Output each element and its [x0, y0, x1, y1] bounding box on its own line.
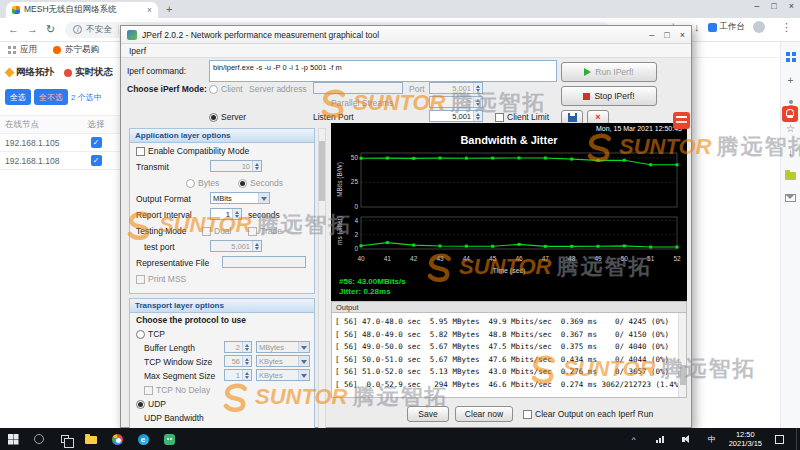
- spinner-arrows[interactable]: [242, 370, 251, 380]
- select-all-button[interactable]: 全选: [5, 89, 31, 105]
- jperf-titlebar[interactable]: JPerf 2.0.2 - Network performance measur…: [121, 26, 691, 44]
- info-icon[interactable]: i: [73, 25, 82, 34]
- tcp-radio[interactable]: TCP: [136, 329, 165, 339]
- run-iperf-button[interactable]: Run IPerf!: [561, 62, 657, 82]
- client-radio[interactable]: Client: [209, 84, 243, 94]
- show-desktop-button[interactable]: [796, 428, 800, 450]
- parallel-streams-spinner[interactable]: 1: [429, 96, 483, 108]
- jperf-maximize-button[interactable]: □: [664, 30, 669, 40]
- task-view-button[interactable]: [52, 428, 78, 450]
- workspace-grid-icon[interactable]: [786, 52, 796, 62]
- spinner-arrows[interactable]: [242, 342, 251, 352]
- clear-output-checkbox[interactable]: Clear Output on each Iperf Run: [523, 409, 653, 419]
- scrollbar-thumb[interactable]: [319, 141, 325, 201]
- chevron-down-icon[interactable]: [258, 193, 269, 203]
- compatibility-mode-checkbox[interactable]: Enable Compatibility Mode: [136, 146, 249, 156]
- sidebar-mail-icon[interactable]: [785, 194, 796, 202]
- cortana-search-button[interactable]: [26, 428, 52, 450]
- client-port-spinner[interactable]: 5,001: [429, 82, 483, 94]
- seconds-radio[interactable]: Seconds: [238, 178, 283, 188]
- max-segment-spinner[interactable]: 1: [224, 369, 252, 381]
- listen-port-spinner[interactable]: 5,001: [429, 110, 483, 122]
- new-tab-button[interactable]: +: [166, 3, 172, 15]
- chrome-button[interactable]: [104, 428, 130, 450]
- taskbar-clock[interactable]: 12:50 2021/3/15: [729, 430, 762, 448]
- scrollbar-thumb[interactable]: [680, 365, 686, 385]
- tab-close-icon[interactable]: ×: [147, 5, 152, 15]
- bytes-radio[interactable]: Bytes: [186, 178, 219, 188]
- edge-button[interactable]: e: [130, 428, 156, 450]
- test-port-spinner[interactable]: 5,001: [210, 240, 262, 252]
- trade-checkbox[interactable]: Trade: [248, 226, 282, 236]
- browser-tab[interactable]: MESH无线自组网络系统 ×: [6, 2, 158, 18]
- dual-checkbox[interactable]: Dual: [202, 226, 231, 236]
- print-mss-checkbox[interactable]: Print MSS: [136, 274, 186, 284]
- sidebar-folder-icon[interactable]: [785, 172, 796, 180]
- max-segment-unit-dropdown[interactable]: KBytes: [256, 369, 310, 381]
- spinner-arrows[interactable]: [242, 356, 251, 366]
- bookmark-suning[interactable]: 苏宁易购: [53, 44, 99, 56]
- sidebar-download-icon[interactable]: ↓: [788, 148, 793, 158]
- tcp-no-delay-checkbox[interactable]: TCP No Delay: [144, 385, 210, 395]
- spinner-arrows[interactable]: [473, 97, 482, 107]
- bookmark-apps[interactable]: 应用: [8, 44, 37, 56]
- output-log[interactable]: [ 56] 47.0-48.0 sec 5.95 MBytes 49.9 Mbi…: [331, 313, 687, 398]
- network-icon[interactable]: [647, 428, 673, 450]
- browser-maximize-button[interactable]: □: [771, 1, 776, 11]
- deselect-all-button[interactable]: 全不选: [34, 89, 68, 105]
- chevron-down-icon[interactable]: [298, 356, 309, 366]
- menu-dots-icon[interactable]: ⋮: [781, 22, 792, 33]
- profile-avatar[interactable]: [753, 21, 765, 33]
- sidebar-plus-icon[interactable]: +: [788, 76, 794, 86]
- back-icon[interactable]: ←: [8, 24, 19, 35]
- udp-radio[interactable]: UDP: [136, 399, 166, 409]
- menu-iperf[interactable]: Iperf: [129, 46, 146, 56]
- spinner-arrows[interactable]: [473, 83, 482, 93]
- spinner-arrows[interactable]: [473, 111, 482, 121]
- spinner-arrows[interactable]: [252, 241, 261, 251]
- browser-close-button[interactable]: ×: [789, 1, 794, 11]
- refresh-icon[interactable]: ↻: [46, 24, 55, 35]
- spinner-arrows[interactable]: [252, 161, 261, 171]
- representative-file-input[interactable]: [222, 256, 306, 268]
- notification-center-button[interactable]: [766, 428, 792, 450]
- language-indicator[interactable]: 中: [699, 428, 725, 450]
- security-label[interactable]: 不安全: [86, 24, 112, 36]
- server-address-input[interactable]: [313, 82, 403, 94]
- server-radio[interactable]: Server: [209, 112, 246, 122]
- chat-app-button[interactable]: [156, 428, 182, 450]
- client-limit-checkbox[interactable]: Client Limit: [495, 112, 549, 122]
- volume-icon[interactable]: [673, 428, 699, 450]
- nav-network-topology[interactable]: 网络拓扑: [6, 66, 54, 79]
- save-button[interactable]: Save: [407, 406, 449, 422]
- output-scrollbar[interactable]: [678, 313, 686, 397]
- customer-service-badge[interactable]: [782, 106, 798, 122]
- node-checkbox[interactable]: ✓: [91, 155, 102, 166]
- tray-expand-button[interactable]: ^: [621, 428, 647, 450]
- output-format-dropdown[interactable]: MBits: [210, 192, 270, 204]
- browser-minimize-button[interactable]: –: [754, 1, 759, 11]
- chevron-down-icon[interactable]: [298, 342, 309, 352]
- jperf-close-button[interactable]: ×: [680, 30, 685, 40]
- options-scrollbar[interactable]: [318, 128, 326, 429]
- spinner-arrows[interactable]: [232, 209, 241, 219]
- report-interval-spinner[interactable]: 1: [210, 208, 242, 220]
- chevron-down-icon[interactable]: [298, 370, 309, 380]
- tcp-window-unit-dropdown[interactable]: KBytes: [256, 355, 310, 367]
- jperf-minimize-button[interactable]: –: [649, 30, 654, 40]
- transmit-spinner[interactable]: 10: [210, 160, 262, 172]
- workspace-button[interactable]: 工作台: [708, 21, 746, 33]
- sidebar-star-icon[interactable]: ☆: [786, 124, 795, 134]
- buffer-length-spinner[interactable]: 2: [224, 341, 252, 353]
- nav-realtime-status[interactable]: 实时状态: [64, 66, 113, 79]
- start-button[interactable]: [0, 428, 26, 450]
- buffer-length-unit-dropdown[interactable]: MBytes: [256, 341, 310, 353]
- download-icon[interactable]: ↓: [694, 22, 700, 33]
- tcp-window-spinner[interactable]: 56: [224, 355, 252, 367]
- stop-iperf-button[interactable]: Stop IPerf!: [561, 86, 657, 106]
- file-explorer-button[interactable]: [78, 428, 104, 450]
- iperf-command-input[interactable]: bin/iperf.exe -s -u -P 0 -i 1 -p 5001 -f…: [209, 60, 557, 82]
- forward-icon[interactable]: →: [27, 24, 38, 35]
- node-checkbox[interactable]: ✓: [91, 137, 102, 148]
- clear-now-button[interactable]: Clear now: [455, 406, 513, 422]
